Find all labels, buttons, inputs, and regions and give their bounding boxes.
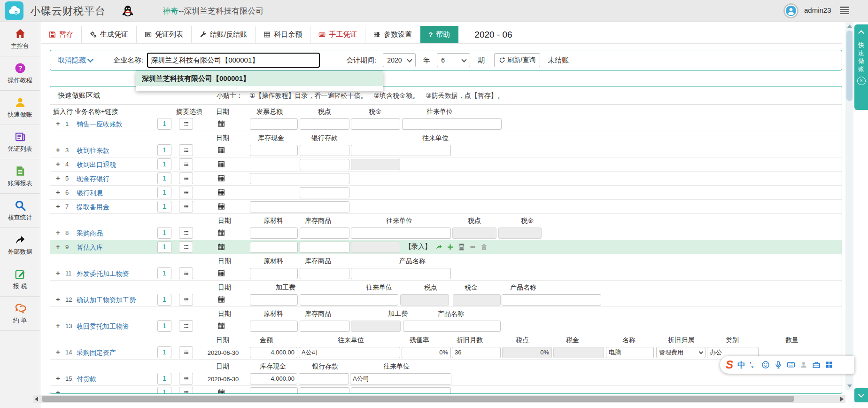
toolbar-button-参数设置[interactable]: 参数设置 — [365, 26, 420, 43]
business-name-link[interactable]: 提取备用金 — [77, 203, 109, 212]
toolbar-button-凭证列表[interactable]: 凭证列表 — [137, 26, 192, 43]
field-input[interactable] — [250, 268, 298, 279]
calendar-icon[interactable] — [217, 322, 225, 330]
insert-row-icon[interactable]: + — [56, 229, 60, 236]
entry-count-box[interactable]: 1 — [157, 373, 171, 384]
company-suggest-item[interactable]: 深圳兰芝科技有限公司【000001】 — [136, 71, 383, 86]
date-value[interactable]: 2020-06-30 — [205, 376, 241, 383]
month-select[interactable]: 6 — [437, 53, 470, 67]
entry-count-box[interactable]: 1 — [157, 346, 171, 358]
entry-count-box[interactable]: 1 — [157, 241, 171, 253]
calendar-icon[interactable] — [217, 229, 225, 236]
rail-vertical-label[interactable]: 快速做账 — [858, 41, 864, 73]
field-input[interactable]: A公司 — [350, 373, 451, 384]
memo-select-button[interactable] — [179, 346, 193, 358]
field-input[interactable] — [351, 145, 451, 156]
business-name-link[interactable]: 收到往来款 — [77, 147, 109, 155]
memo-select-button[interactable] — [179, 118, 193, 130]
field-input[interactable]: 0% — [402, 347, 451, 358]
field-input[interactable]: A公司 — [299, 347, 400, 358]
mic-icon[interactable] — [774, 361, 783, 369]
punctuation-mode[interactable]: ’。 — [750, 361, 757, 369]
insert-row-icon[interactable]: + — [56, 375, 60, 382]
sidebar-item-主控台[interactable]: 主控台 — [0, 22, 40, 56]
memo-select-button[interactable] — [179, 294, 193, 306]
entry-count-box[interactable]: 1 — [157, 201, 171, 212]
field-input[interactable] — [300, 159, 349, 170]
memo-select-button[interactable] — [179, 158, 193, 170]
field-input[interactable] — [250, 228, 298, 239]
emoji-icon[interactable] — [761, 361, 770, 369]
calendar-icon[interactable] — [217, 269, 225, 277]
business-name-link[interactable]: 收回委托加工物资 — [77, 322, 129, 331]
sidebar-item-账簿报表[interactable]: 账簿报表 — [0, 159, 40, 194]
calculator-icon[interactable] — [458, 243, 465, 251]
calendar-icon[interactable] — [217, 160, 225, 168]
refresh-query-button[interactable]: 刷新/查询 — [494, 53, 540, 67]
entry-count-box[interactable]: 1 — [157, 320, 171, 332]
calendar-icon[interactable] — [217, 296, 225, 303]
field-input[interactable] — [300, 118, 349, 130]
field-input[interactable] — [250, 145, 298, 156]
insert-row-icon[interactable]: + — [56, 160, 60, 168]
menu-icon[interactable] — [840, 7, 849, 14]
vertical-scroll-thumb[interactable] — [846, 31, 852, 101]
insert-row-icon[interactable]: + — [56, 188, 60, 196]
entry-count-box[interactable]: 1 — [157, 387, 171, 393]
field-input[interactable] — [300, 294, 398, 306]
memo-select-button[interactable] — [179, 241, 193, 253]
field-input[interactable]: 4,000.00 — [250, 373, 297, 384]
hide-toggle-link[interactable]: 取消隐藏 — [58, 56, 93, 65]
apps-grid-icon[interactable] — [825, 361, 833, 369]
field-input[interactable] — [299, 373, 349, 384]
calendar-icon[interactable] — [217, 174, 225, 182]
business-name-link[interactable]: 采购固定资产 — [77, 349, 116, 357]
date-value[interactable]: 2020-06-30 — [205, 349, 241, 356]
field-input[interactable] — [403, 321, 501, 332]
scroll-down-arrow[interactable] — [847, 384, 852, 388]
insert-row-icon[interactable]: + — [56, 322, 60, 330]
entry-count-box[interactable]: 1 — [157, 187, 171, 198]
business-name-link[interactable]: 确认加工物资加工费 — [77, 296, 136, 305]
insert-row-icon[interactable]: + — [56, 174, 60, 182]
memo-select-button[interactable] — [179, 201, 193, 212]
insert-row-icon[interactable]: + — [56, 389, 60, 393]
field-input[interactable] — [250, 387, 298, 393]
business-name-link[interactable]: 银行利息 — [77, 189, 103, 197]
horizontal-scroll-thumb[interactable] — [42, 396, 794, 402]
scroll-left-arrow[interactable] — [35, 397, 38, 401]
field-input[interactable] — [250, 118, 298, 130]
field-input[interactable] — [250, 201, 349, 212]
field-select[interactable]: 管理费用 — [656, 347, 705, 358]
user-avatar[interactable] — [783, 3, 798, 18]
insert-row-icon[interactable]: + — [56, 348, 60, 356]
calendar-icon[interactable] — [217, 389, 225, 393]
field-input[interactable] — [250, 321, 298, 332]
business-name-link[interactable]: 付货款 — [77, 375, 96, 384]
qq-penguin-icon[interactable] — [121, 4, 134, 18]
toolbox-icon[interactable] — [812, 361, 821, 369]
share-icon[interactable] — [435, 243, 442, 251]
memo-select-button[interactable] — [179, 320, 193, 332]
business-name-link[interactable]: 现金存银行 — [77, 175, 109, 183]
memo-select-button[interactable] — [179, 387, 193, 393]
sidebar-item-约单[interactable]: 约 单 — [0, 297, 40, 331]
entry-count-box[interactable]: 1 — [157, 158, 171, 170]
company-name-input[interactable] — [147, 53, 320, 68]
business-name-link[interactable]: 外发委托加工物资 — [77, 270, 129, 278]
field-input[interactable] — [300, 228, 349, 239]
business-name-link[interactable]: 销售—应收账款 — [77, 120, 123, 129]
minus-icon[interactable] — [469, 243, 476, 251]
toolbar-button-生成凭证[interactable]: 生成凭证 — [82, 26, 137, 43]
user-gray-icon[interactable] — [799, 361, 808, 369]
business-name-link[interactable]: 收到出口退税 — [77, 161, 116, 169]
sidebar-item-报税[interactable]: 报 税 — [0, 262, 40, 297]
sidebar-item-快速做账[interactable]: 快速做账 — [0, 91, 40, 125]
horizontal-scrollbar[interactable] — [33, 395, 845, 403]
memo-select-button[interactable] — [179, 267, 193, 279]
insert-row-icon[interactable]: + — [56, 203, 60, 210]
entry-link[interactable]: 【录入】 — [405, 243, 431, 251]
field-input[interactable] — [300, 321, 350, 332]
trash-icon[interactable] — [480, 243, 488, 251]
field-input[interactable] — [351, 387, 451, 393]
